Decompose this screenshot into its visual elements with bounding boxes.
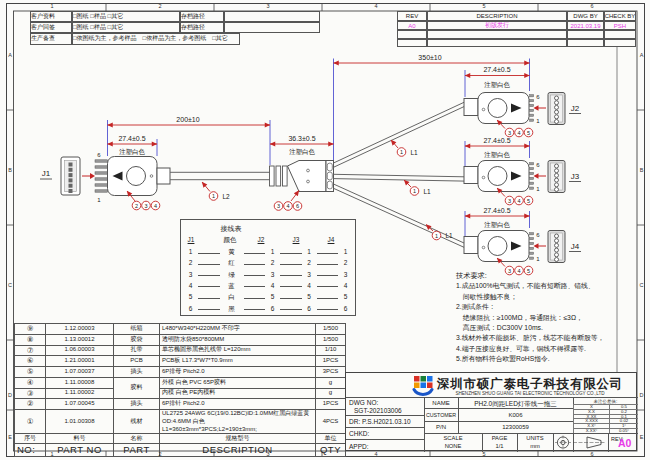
wiring-row: 2红222 xyxy=(184,259,352,269)
svg-text:5: 5 xyxy=(527,198,530,204)
main-cable xyxy=(170,172,270,179)
zone-col-label: 6 xyxy=(587,451,597,457)
wiring-col-j4: J4 xyxy=(323,236,339,243)
rev-table-cell xyxy=(567,39,604,48)
wiring-row: 1黄111 xyxy=(184,248,352,258)
svg-text:4: 4 xyxy=(517,130,520,136)
zone-col-label: 1 xyxy=(47,451,57,457)
j1-pin6-label: 6 xyxy=(97,152,101,158)
wire-l2-leader xyxy=(202,182,210,192)
dim-274-j4-label: 27.4±0.5 xyxy=(483,207,510,214)
bom-row: ④1.11.00008胶料外模 白色 PVC 65P胶料g xyxy=(15,377,346,388)
company-name-en: SHENZHEN SHUO GUANG TAI ELECTRONIC TECHN… xyxy=(432,391,628,396)
zone-col-label: 2 xyxy=(155,451,165,457)
units-value: mm xyxy=(517,443,553,449)
tolerance-header: 未注公差值: xyxy=(573,399,638,404)
bom-row: ③1.11.00002内模 白色 PE内模料g xyxy=(15,388,346,399)
client-row2-archive: 存档路径 xyxy=(180,22,224,33)
svg-text:6: 6 xyxy=(296,203,299,209)
zone-col-label: 4 xyxy=(371,3,381,9)
pin6-label: 6 xyxy=(536,232,540,238)
rev-table-cell xyxy=(604,39,636,48)
customer-value: K006 xyxy=(458,412,573,418)
zone-row-label: A xyxy=(5,52,15,58)
bom-row: ⑧1.13.00012胶袋透明防水袋850*800MM1/500 xyxy=(15,334,346,345)
pin1-label: 1 xyxy=(536,118,540,124)
zone-col-label: 4 xyxy=(371,451,381,457)
client-row2-options: □图纸 □样品 □其它 xyxy=(72,22,180,33)
svg-text:1: 1 xyxy=(435,233,438,239)
pn-value: 12300059 xyxy=(458,424,573,430)
technical-note-line: 2.测试条件： xyxy=(456,302,620,312)
bom-table: ⑨1.12.00003纸箱L480*W340*H220MM 不印字1/500⑧1… xyxy=(14,323,346,457)
j3-callouts: 345 xyxy=(505,196,533,205)
rev-table-cell: 初版发行 xyxy=(427,21,567,30)
rev-value: A0 xyxy=(618,437,631,449)
technical-note-line: 1.成品100%电气测试，不能有短断路、错线、 xyxy=(456,281,620,291)
svg-text:1: 1 xyxy=(413,188,416,194)
mold-note-j1: 注塑白色 xyxy=(119,148,146,156)
dim-274-j3-label: 27.4±0.5 xyxy=(483,137,510,144)
projection-symbol xyxy=(554,434,607,451)
svg-text:3: 3 xyxy=(508,130,511,136)
client-row2-label: 客户回签 xyxy=(30,22,72,33)
zone-row-label: E xyxy=(5,434,15,440)
bom-row: ⑨1.12.00003纸箱L480*W340*H220MM 不印字1/500 xyxy=(15,324,346,335)
dim-350-label: 350±10 xyxy=(418,54,441,61)
wiring-row: 5白555 xyxy=(184,293,352,303)
wiring-row: 4蓝444 xyxy=(184,282,352,292)
rev-table-header-cell: DWG BY xyxy=(567,11,604,21)
wiring-table: 接线表 J1 颜色 J2 J3 J4 1黄1112红2223绿3334蓝4445… xyxy=(180,219,356,316)
splitter-body xyxy=(270,161,334,192)
dr-field: DR: P.S.H2021.03.10 xyxy=(349,418,411,425)
rev-table-cell xyxy=(397,30,427,39)
pin6-label: 6 xyxy=(536,94,540,100)
dwg-no-label: DWG NO: xyxy=(349,399,378,406)
extension-lines xyxy=(108,59,530,240)
connector-label: J4 xyxy=(571,242,580,251)
zone-row-label: D xyxy=(637,392,647,398)
mold-note-splitter: 注塑白色 xyxy=(289,148,316,156)
rev-table-cell xyxy=(397,39,427,48)
units-label: UNITS xyxy=(517,435,553,441)
wiring-col-color: 颜色 xyxy=(217,236,243,245)
pn-label: P/N xyxy=(424,424,458,430)
connector-label: J2 xyxy=(571,104,580,113)
pin1-label: 1 xyxy=(536,186,540,192)
wire-l1-callout-top: 1 L1 xyxy=(391,140,418,156)
svg-text:L1: L1 xyxy=(423,188,431,195)
j2-callouts: 345 xyxy=(505,128,533,137)
bom-row: ②1.07.00045插头6P排针 Pitch2.01PCS xyxy=(15,399,346,410)
zone-col-label: 3 xyxy=(263,451,273,457)
bom-row: ⑥1.21.00001PCBPCB板 L17.3*W7*T0.9mm1PCS xyxy=(15,356,346,367)
j4-connector: 61J4 xyxy=(464,231,581,267)
j1-mate-arrow xyxy=(82,173,95,179)
wire-l2-label: L2 xyxy=(222,193,230,200)
chkd-field: CHKD: xyxy=(349,430,369,437)
appd-field: APPD: xyxy=(349,443,369,450)
svg-text:L1: L1 xyxy=(445,232,453,239)
wiring-title: 接线表 xyxy=(205,224,257,234)
technical-note-line: 间歇性接触不良； xyxy=(456,292,620,302)
rev-table-header-cell: REV xyxy=(397,11,427,21)
j2-connector: 61J2 xyxy=(464,93,581,129)
drawing-sheet: J1 6 1 1 L2 xyxy=(0,0,650,460)
rev-table-cell xyxy=(604,30,636,39)
mold-note-j3: 注塑白色 xyxy=(484,151,511,159)
technical-notes: 技术要求: 1.成品100%电气测试，不能有短断路、错线、 间歇性接触不良；2.… xyxy=(456,271,620,365)
client-row1-value xyxy=(224,11,320,22)
customer-label: CUSTOMER xyxy=(424,412,458,418)
zone-col-label: 6 xyxy=(587,3,597,9)
j1-socket-symbol xyxy=(61,157,80,195)
technical-note-line: 绝缘阻抗：≥100MΩ，导通阻抗：≤3Ω， xyxy=(456,313,620,323)
zone-row-label: C xyxy=(5,282,15,288)
client-row1-label: 客户资料 xyxy=(30,11,72,22)
svg-text:4: 4 xyxy=(286,203,289,209)
mate-arrow xyxy=(534,243,539,248)
technical-note-line: 高压测试：DC300V 10ms. xyxy=(456,323,620,333)
tolerance-table: X0.5X.X0.2X.XX0.1X.XXX0.02X.X°1°X.XX°0.0… xyxy=(573,404,638,433)
j3-connector: 61J3 xyxy=(464,161,581,197)
wiring-col-j3: J3 xyxy=(288,236,304,243)
scale-value: NONE xyxy=(424,443,482,449)
bom-row: ⑤1.07.00037插头6P排母 Pitch2.03PCS xyxy=(15,367,346,378)
